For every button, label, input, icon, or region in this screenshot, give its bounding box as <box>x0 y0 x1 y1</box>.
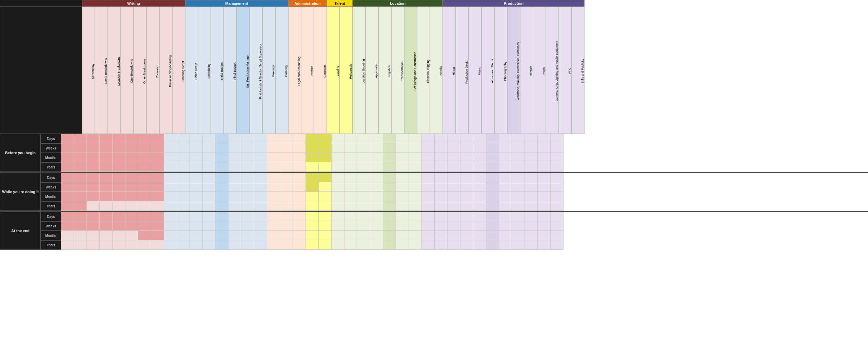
cell-while_youre_doing_it-Weeks-rehearsals <box>319 182 332 192</box>
cell-before_you_begin-Months-choreography <box>473 153 486 162</box>
cell-before_you_begin-Months-transportation <box>370 153 383 162</box>
cell-at_the_end-Days-transportation <box>370 212 383 221</box>
cell-before_you_begin-Days-scene_breakdowns <box>74 134 87 143</box>
cell-while_youre_doing_it-Months-rehearsals <box>319 192 332 201</box>
cell-at_the_end-Days-rentals <box>499 212 512 221</box>
cell-at_the_end-Days-permits <box>280 212 293 221</box>
cell-at_the_end-Days-office_setup <box>164 212 177 221</box>
cell-while_youre_doing_it-Months-choreography <box>473 192 486 201</box>
cell-before_you_begin-Weeks-logistics <box>357 143 370 153</box>
cell-while_youre_doing_it-Weeks-rentals <box>499 182 512 192</box>
category-label-location: Location <box>353 0 443 7</box>
cell-at_the_end-Weeks-permits_loc <box>409 221 422 231</box>
cell-at_the_end-Days-electrical_rigging <box>396 212 409 221</box>
cell-at_the_end-Years-choreography <box>473 240 486 250</box>
cell-at_the_end-Years-unit_production_manager <box>216 240 229 250</box>
cell-at_the_end-Days-scheduling <box>177 212 190 221</box>
cell-before_you_begin-Months-set_design_construction <box>383 153 396 162</box>
cell-while_youre_doing_it-Months-cast_breakdowns <box>100 192 113 201</box>
cell-while_youre_doing_it-Years-electrical_rigging <box>396 201 409 211</box>
cell-before_you_begin-Years-location_breakdowns <box>87 162 100 172</box>
cell-before_you_begin-Years-legal_accounting <box>267 162 280 172</box>
cell-before_you_begin-Months-camera_grip <box>525 153 538 162</box>
cell-before_you_begin-Years-shooting_script <box>151 162 164 172</box>
time-label-at_the_end-Weeks: Weeks <box>41 221 61 231</box>
cell-before_you_begin-Weeks-set_design_construction <box>383 143 396 153</box>
cell-while_youre_doing_it-Days-location_breakdowns <box>87 173 100 182</box>
cell-before_you_begin-Years-electrical_rigging <box>396 162 409 172</box>
cell-while_youre_doing_it-Months-transportation <box>370 192 383 201</box>
cell-at_the_end-Weeks-catering <box>254 221 267 231</box>
section-before_you_begin: Before you beginDaysWeeksMonthsYears <box>0 134 868 172</box>
time-label-before_you_begin-Months: Months <box>41 153 61 162</box>
cell-at_the_end-Years-set_design_construction <box>383 240 396 250</box>
cell-while_youre_doing_it-Years-action_stunts <box>460 201 473 211</box>
cell-before_you_begin-Weeks-action_stunts <box>460 143 473 153</box>
cell-while_youre_doing_it-Weeks-first_assistant_director <box>229 182 241 192</box>
cell-before_you_begin-Months-contracts <box>293 153 306 162</box>
cell-before_you_begin-Days-first_assistant_director <box>229 134 241 143</box>
cell-at_the_end-Months-contracts <box>293 231 306 240</box>
cell-before_you_begin-Days-cast_breakdowns <box>100 134 113 143</box>
cell-at_the_end-Years-legal_accounting <box>267 240 280 250</box>
col-header-other_breakdowns: Other Breakdowns <box>134 7 146 134</box>
cell-before_you_begin-Months-rehearsals <box>319 153 332 162</box>
row-at_the_end-Weeks: Weeks <box>41 221 564 231</box>
col-header-props: Props <box>533 7 546 134</box>
cell-while_youre_doing_it-Months-hiring <box>422 192 435 201</box>
cell-while_youre_doing_it-Years-wardrobe <box>486 201 499 211</box>
cell-while_youre_doing_it-Months-unit_production_manager <box>216 192 229 201</box>
cell-before_you_begin-Years-unit_production_manager <box>216 162 229 172</box>
cell-while_youre_doing_it-Days-legal_accounting <box>267 173 280 182</box>
cell-before_you_begin-Months-previz_storyboarding <box>138 153 151 162</box>
col-header-action_stunts: Action and Stunts <box>481 7 494 134</box>
cell-while_youre_doing_it-Weeks-other_breakdowns <box>113 182 125 192</box>
col-header-office_setup: Office Setup <box>185 7 198 134</box>
cell-while_youre_doing_it-Years-previz_storyboarding <box>138 201 151 211</box>
cell-before_you_begin-Months-meetings <box>241 153 254 162</box>
cell-at_the_end-Months-catering <box>254 231 267 240</box>
col-header-electrical_rigging: Electrical Rigging <box>417 7 430 134</box>
time-label-while_youre_doing_it-Months: Months <box>41 192 61 201</box>
cell-before_you_begin-Days-camera_grip <box>525 134 538 143</box>
cell-while_youre_doing_it-Months-production_design <box>435 192 448 201</box>
time-label-before_you_begin-Weeks: Weeks <box>41 143 61 153</box>
cell-while_youre_doing_it-Weeks-scene_breakdowns <box>74 182 87 192</box>
cell-before_you_begin-Years-hiring <box>422 162 435 172</box>
cell-at_the_end-Months-hiring <box>422 231 435 240</box>
cell-before_you_begin-Days-production_design <box>435 134 448 143</box>
cell-before_you_begin-Months-scene_breakdowns <box>74 153 87 162</box>
cell-while_youre_doing_it-Days-rehearsals <box>319 173 332 182</box>
col-header-location_scouting: Location Scouting <box>353 7 366 134</box>
cell-before_you_begin-Days-location_breakdowns <box>87 134 100 143</box>
cell-at_the_end-Years-initial_budget <box>190 240 203 250</box>
cell-before_you_begin-Years-vfx <box>538 162 551 172</box>
cell-at_the_end-Days-permits_loc <box>409 212 422 221</box>
cell-while_youre_doing_it-Years-props <box>512 201 525 211</box>
cell-before_you_begin-Days-shooting_script <box>151 134 164 143</box>
cell-while_youre_doing_it-Days-casting <box>306 173 319 182</box>
cell-before_you_begin-Weeks-stills_publicity <box>551 143 564 153</box>
cell-at_the_end-Weeks-wardrobe <box>486 221 499 231</box>
cell-before_you_begin-Months-production_design <box>435 153 448 162</box>
cell-at_the_end-Weeks-props <box>512 221 525 231</box>
cell-while_youre_doing_it-Years-initial_budget <box>190 201 203 211</box>
cell-while_youre_doing_it-Weeks-electrical_rigging <box>396 182 409 192</box>
cell-before_you_begin-Years-office_setup <box>164 162 177 172</box>
cell-while_youre_doing_it-Weeks-choreography <box>473 182 486 192</box>
cell-before_you_begin-Weeks-rentals <box>499 143 512 153</box>
cell-while_youre_doing_it-Months-rentals <box>499 192 512 201</box>
cell-while_youre_doing_it-Months-initial_budget <box>190 192 203 201</box>
cell-at_the_end-Months-action_stunts <box>460 231 473 240</box>
cell-while_youre_doing_it-Months-camera_grip <box>525 192 538 201</box>
cell-before_you_begin-Years-previz_storyboarding <box>138 162 151 172</box>
cell-at_the_end-Months-rehearsals <box>319 231 332 240</box>
cell-at_the_end-Weeks-transportation <box>370 221 383 231</box>
cell-while_youre_doing_it-Weeks-meetings <box>241 182 254 192</box>
cell-while_youre_doing_it-Days-stills_publicity <box>551 173 564 182</box>
cell-at_the_end-Years-hiring <box>422 240 435 250</box>
cell-while_youre_doing_it-Days-meetings <box>241 173 254 182</box>
group-label-while_youre_doing_it: While you're doing it <box>0 173 41 211</box>
cell-while_youre_doing_it-Days-action_stunts <box>460 173 473 182</box>
cell-at_the_end-Months-rentals <box>499 231 512 240</box>
